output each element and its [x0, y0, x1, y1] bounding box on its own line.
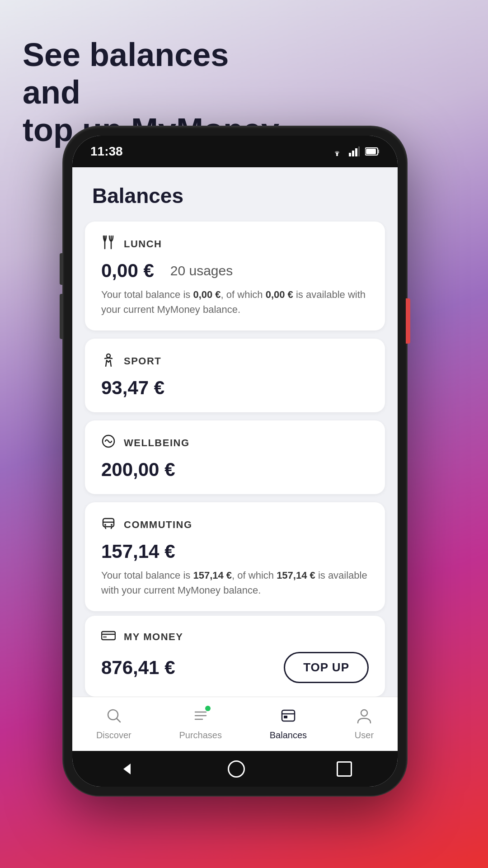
wellbeing-card: WELLBEING 200,00 €	[85, 420, 385, 494]
commuting-category: COMMUTING	[101, 516, 369, 533]
sport-card: SPORT 93,47 €	[85, 339, 385, 412]
lunch-category: LUNCH	[101, 235, 369, 253]
balances-icon	[280, 708, 296, 727]
phone-mockup: 11:38	[63, 127, 425, 814]
svg-point-31	[361, 710, 367, 716]
mymoney-card: MY MONEY 876,41 € TOP UP	[85, 616, 385, 697]
svg-rect-30	[284, 716, 287, 718]
vol-down-button	[60, 294, 63, 339]
balances-label: Balances	[270, 730, 307, 741]
wellbeing-amount: 200,00 €	[101, 459, 175, 480]
svg-point-12	[107, 354, 110, 358]
lunch-card: LUNCH 0,00 € 20 usages Your total balanc…	[85, 222, 385, 330]
mymoney-section: MY MONEY 876,41 € TOP UP	[72, 616, 398, 697]
svg-marker-32	[123, 764, 131, 774]
svg-rect-22	[103, 636, 107, 638]
wellbeing-icon	[101, 434, 116, 452]
discover-label: Discover	[96, 730, 131, 741]
power-button	[406, 298, 410, 344]
purchases-label: Purchases	[179, 730, 222, 741]
mymoney-amount: 876,41 €	[101, 657, 175, 679]
balances-header: Balances	[92, 184, 378, 208]
app-header: Balances	[72, 167, 398, 217]
nav-balances[interactable]: Balances	[261, 703, 316, 745]
lunch-icon	[101, 235, 116, 253]
nav-user[interactable]: User	[346, 703, 383, 745]
android-nav-bar	[72, 751, 398, 787]
home-button[interactable]	[228, 760, 245, 778]
mymoney-label: MY MONEY	[124, 631, 183, 643]
mymoney-bottom-row: 876,41 € TOP UP	[101, 652, 369, 683]
commuting-icon	[101, 516, 116, 533]
svg-rect-28	[282, 710, 295, 721]
svg-rect-4	[358, 146, 360, 156]
lunch-description: Your total balance is 0,00 €, of which 0…	[101, 287, 369, 317]
commuting-label: COMMUTING	[124, 519, 192, 531]
wellbeing-label: WELLBEING	[124, 437, 190, 449]
svg-rect-20	[102, 632, 115, 640]
lunch-balance-row: 0,00 € 20 usages	[101, 260, 369, 282]
user-label: User	[355, 730, 374, 741]
nav-purchases[interactable]: Purchases	[170, 703, 231, 745]
recents-button[interactable]	[337, 761, 352, 777]
svg-rect-7	[366, 149, 376, 154]
commuting-description: Your total balance is 157,14 €, of which…	[101, 568, 369, 598]
sport-category: SPORT	[101, 352, 369, 370]
title-line1: See balances and	[23, 37, 229, 110]
sport-amount: 93,47 €	[101, 377, 164, 398]
purchases-notification-dot	[205, 706, 211, 711]
svg-rect-2	[352, 151, 354, 156]
status-icons	[331, 146, 380, 156]
balance-cards-container: LUNCH 0,00 € 20 usages Your total balanc…	[72, 217, 398, 616]
app-content: Balances	[72, 167, 398, 697]
lunch-amount: 0,00 €	[101, 260, 154, 282]
signal-icon	[349, 146, 360, 156]
user-icon	[356, 708, 372, 727]
purchases-icon	[192, 708, 209, 727]
lunch-label: LUNCH	[124, 238, 162, 250]
battery-icon	[365, 147, 380, 156]
sport-icon	[101, 352, 116, 370]
mymoney-icon	[101, 629, 116, 645]
discover-icon	[106, 708, 122, 727]
svg-point-0	[336, 154, 338, 156]
wellbeing-category: WELLBEING	[101, 434, 369, 452]
svg-rect-1	[349, 153, 351, 156]
nav-discover[interactable]: Discover	[87, 703, 141, 745]
svg-rect-6	[378, 150, 379, 153]
status-bar: 11:38	[72, 136, 398, 167]
lunch-usages: 20 usages	[170, 263, 233, 278]
commuting-card: COMMUTING 157,14 € Your total balance is…	[85, 502, 385, 611]
status-time: 11:38	[90, 144, 123, 159]
svg-point-16	[104, 524, 106, 526]
wifi-icon	[331, 146, 343, 156]
phone-screen: 11:38	[72, 136, 398, 787]
svg-rect-3	[355, 148, 357, 156]
phone-shell: 11:38	[63, 127, 407, 796]
commuting-amount: 157,14 €	[101, 541, 175, 562]
back-button[interactable]	[118, 760, 136, 778]
svg-point-17	[111, 524, 113, 526]
vol-up-button	[60, 253, 63, 285]
top-up-button[interactable]: TOP UP	[284, 652, 369, 683]
mymoney-category: MY MONEY	[101, 629, 369, 645]
bottom-nav: Discover Purchases	[72, 697, 398, 751]
svg-line-24	[117, 718, 120, 722]
sport-label: SPORT	[124, 355, 161, 367]
